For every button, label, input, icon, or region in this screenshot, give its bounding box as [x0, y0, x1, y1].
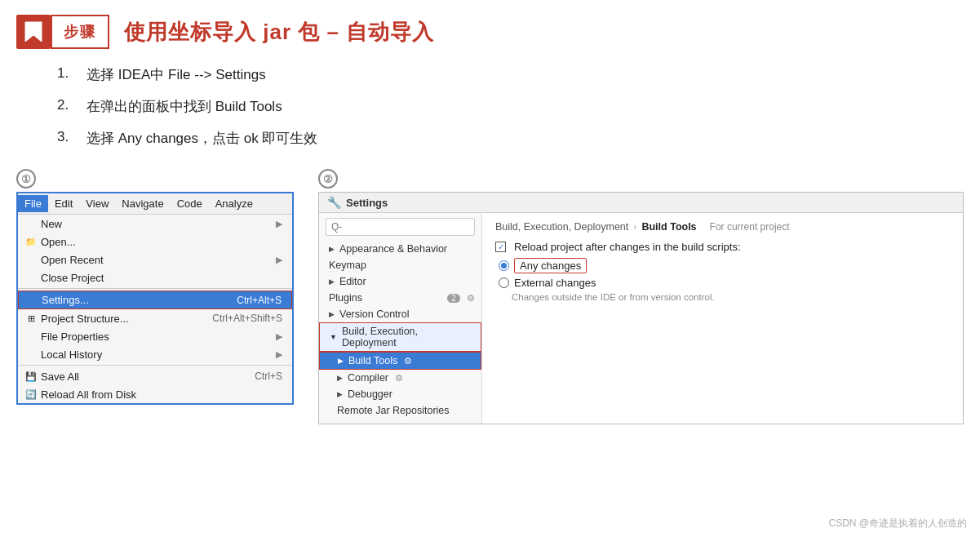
menu-item-settings-label: Settings... — [42, 294, 89, 306]
menu-window: File Edit View Navigate Code Analyze New… — [16, 192, 294, 405]
sidebar-label-plugins: Plugins — [329, 292, 362, 304]
menu-item-file-properties[interactable]: File Properties ▶ — [18, 327, 292, 345]
sidebar-item-version-control[interactable]: ▶ Version Control — [319, 306, 481, 322]
sidebar-arrow-compiler: ▶ — [337, 374, 343, 382]
step-1-text: 选择 IDEA中 File --> Settings — [86, 65, 266, 84]
breadcrumb-note: For current project — [710, 221, 790, 233]
settings-right-content: Build, Execution, Deployment › Build Too… — [482, 213, 963, 424]
menu-bar-navigate[interactable]: Navigate — [115, 195, 170, 212]
reload-title: ✓ Reload project after changes in the bu… — [495, 241, 950, 253]
sidebar-arrow-vc: ▶ — [329, 310, 335, 318]
menu-item-file-properties-label: File Properties — [41, 331, 109, 343]
radio-external-changes[interactable]: External changes — [499, 277, 950, 289]
menu-item-local-history[interactable]: Local History ▶ — [18, 345, 292, 363]
build-tools-gear-icon: ⚙ — [404, 356, 412, 366]
step-2-text: 在弹出的面板中找到 Build Tools — [86, 97, 282, 116]
menu-item-open-recent-label: Open Recent — [41, 254, 104, 266]
radio-any-dot — [501, 263, 507, 268]
menu-item-local-history-arrow: ▶ — [276, 349, 282, 360]
sidebar-arrow-build: ▼ — [330, 333, 337, 341]
sidebar-label-build-tools: Build Tools — [348, 355, 397, 366]
menu-bar-edit[interactable]: Edit — [48, 195, 79, 212]
watermark: CSDN @奇迹是执着的人创造的 — [828, 517, 967, 530]
menu-item-new[interactable]: New ▶ — [18, 215, 292, 233]
header: 步骤 使用坐标导入 jar 包 – 自动导入 — [0, 0, 980, 57]
sidebar-arrow-editor: ▶ — [329, 277, 335, 286]
sidebar-label-compiler: Compiler — [348, 372, 388, 384]
sidebar-label-debugger: Debugger — [348, 388, 392, 400]
menu-item-file-properties-arrow: ▶ — [276, 331, 282, 342]
sidebar-item-compiler[interactable]: ▶ Compiler ⚙ — [319, 370, 481, 386]
step-2-num: 2. — [57, 97, 86, 113]
settings-intellij-icon: 🔧 — [327, 196, 341, 209]
menu-item-project-structure[interactable]: ⊞ Project Structure... Ctrl+Alt+Shift+S — [18, 309, 292, 327]
settings-sidebar: ▶ Appearance & Behavior Keymap ▶ Editor … — [319, 213, 482, 424]
step-1: 1. 选择 IDEA中 File --> Settings — [57, 65, 931, 84]
menu-item-new-label: New — [41, 218, 62, 230]
steps-list: 1. 选择 IDEA中 File --> Settings 2. 在弹出的面板中… — [0, 57, 980, 148]
radio-any-changes[interactable]: Any changes — [499, 258, 950, 273]
folder-icon: 📁 — [24, 237, 38, 247]
reload-option: ✓ Reload project after changes in the bu… — [495, 241, 950, 302]
radio-any-label: Any changes — [514, 258, 587, 273]
menu-item-save-all[interactable]: 💾 Save All Ctrl+S — [18, 367, 292, 385]
compiler-gear-icon: ⚙ — [395, 373, 403, 384]
panel2-settings: ② 🔧 Settings ▶ — [318, 169, 964, 424]
menu-item-reload-label: Reload All from Disk — [41, 388, 136, 401]
sidebar-arrow-build-tools: ▶ — [338, 357, 344, 365]
menu-item-settings-shortcut: Ctrl+Alt+S — [237, 295, 282, 306]
reload-checkbox[interactable]: ✓ — [495, 242, 506, 252]
external-hint: Changes outside the IDE or from version … — [512, 292, 950, 302]
menu-bar-code[interactable]: Code — [171, 195, 209, 212]
sidebar-label-appearance: Appearance & Behavior — [339, 243, 447, 255]
settings-body: ▶ Appearance & Behavior Keymap ▶ Editor … — [319, 213, 963, 424]
menu-bar-analyze[interactable]: Analyze — [209, 195, 259, 212]
save-icon: 💾 — [24, 371, 38, 382]
header-title: 使用坐标导入 jar 包 – 自动导入 — [124, 18, 434, 47]
menu-item-save-all-shortcut: Ctrl+S — [255, 371, 282, 382]
menu-item-close-project[interactable]: Close Project — [18, 268, 292, 286]
menu-item-settings[interactable]: Settings... Ctrl+Alt+S — [18, 291, 292, 309]
sidebar-item-remote-jar[interactable]: Remote Jar Repositories — [319, 402, 481, 419]
breadcrumb: Build, Execution, Deployment › Build Too… — [495, 221, 950, 233]
menu-item-open-label: Open... — [41, 236, 76, 248]
menu-bar-view[interactable]: View — [79, 195, 115, 212]
menu-item-reload[interactable]: 🔄 Reload All from Disk — [18, 385, 292, 403]
sidebar-item-appearance[interactable]: ▶ Appearance & Behavior — [319, 241, 481, 257]
settings-search-box — [326, 218, 475, 236]
menu-bar: File Edit View Navigate Code Analyze — [18, 193, 292, 215]
sidebar-item-debugger[interactable]: ▶ Debugger — [319, 386, 481, 402]
sidebar-item-build-execution[interactable]: ▼ Build, Execution, Deployment — [319, 322, 481, 352]
circle-label-2: ② — [318, 169, 338, 189]
menu-item-local-history-label: Local History — [41, 348, 102, 361]
menu-item-open-recent[interactable]: Open Recent ▶ — [18, 251, 292, 268]
menu-item-close-project-label: Close Project — [41, 272, 104, 284]
breadcrumb-part1: Build, Execution, Deployment — [495, 221, 628, 233]
circle-label-1: ① — [16, 169, 36, 189]
radio-external-btn — [499, 277, 509, 288]
sidebar-item-build-tools[interactable]: ▶ Build Tools ⚙ — [319, 352, 481, 370]
step-2: 2. 在弹出的面板中找到 Build Tools — [57, 97, 931, 116]
settings-search-input[interactable] — [326, 218, 475, 236]
plugins-badge: 2 — [447, 294, 460, 303]
sidebar-label-vc: Version Control — [339, 308, 409, 320]
sidebar-arrow-appearance: ▶ — [329, 245, 335, 253]
menu-separator-2 — [18, 365, 292, 366]
step-3: 3. 选择 Any changes，点击 ok 即可生效 — [57, 129, 931, 148]
menu-item-open[interactable]: 📁 Open... — [18, 233, 292, 251]
breadcrumb-part2: Build Tools — [641, 221, 696, 233]
sidebar-item-plugins[interactable]: Plugins 2 ⚙ — [319, 290, 481, 306]
reload-icon: 🔄 — [24, 389, 38, 400]
menu-item-save-all-label: Save All — [41, 371, 79, 383]
svg-marker-0 — [25, 22, 42, 42]
settings-title: Settings — [346, 197, 388, 209]
step-3-num: 3. — [57, 129, 86, 145]
radio-external-label: External changes — [514, 277, 596, 289]
sidebar-item-editor[interactable]: ▶ Editor — [319, 273, 481, 290]
menu-bar-file[interactable]: File — [18, 195, 48, 212]
step-3-text: 选择 Any changes，点击 ok 即可生效 — [86, 129, 317, 148]
plugins-gear-icon: ⚙ — [467, 293, 475, 304]
sidebar-item-keymap[interactable]: Keymap — [319, 257, 481, 273]
sidebar-label-remote-jar: Remote Jar Repositories — [337, 405, 450, 416]
sidebar-label-keymap: Keymap — [329, 260, 366, 271]
